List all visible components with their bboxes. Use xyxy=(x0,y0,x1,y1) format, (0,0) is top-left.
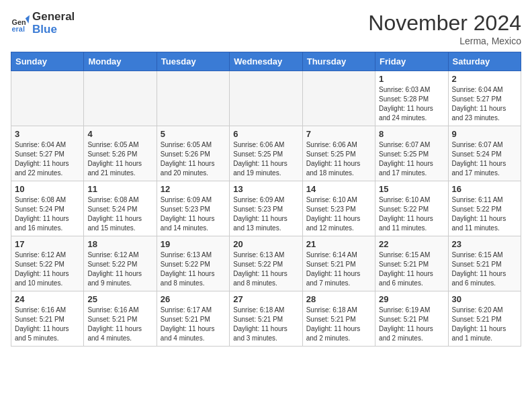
day-number: 13 xyxy=(233,184,298,194)
day-number: 2 xyxy=(452,74,517,84)
day-number: 3 xyxy=(15,129,80,139)
calendar-day: 16Sunrise: 6:11 AM Sunset: 5:22 PM Dayli… xyxy=(448,181,521,236)
weekday-header-tuesday: Tuesday xyxy=(157,52,229,71)
day-number: 17 xyxy=(15,239,80,249)
day-number: 5 xyxy=(161,129,226,139)
day-number: 9 xyxy=(452,129,517,139)
day-info: Sunrise: 6:14 AM Sunset: 5:21 PM Dayligh… xyxy=(306,250,371,288)
calendar-day: 9Sunrise: 6:07 AM Sunset: 5:24 PM Daylig… xyxy=(448,126,521,181)
day-number: 26 xyxy=(161,294,226,304)
day-info: Sunrise: 6:13 AM Sunset: 5:22 PM Dayligh… xyxy=(161,250,226,288)
title-block: November 2024 Lerma, Mexico xyxy=(368,11,521,46)
day-info: Sunrise: 6:17 AM Sunset: 5:21 PM Dayligh… xyxy=(161,306,226,343)
day-number: 16 xyxy=(452,184,517,194)
day-info: Sunrise: 6:15 AM Sunset: 5:21 PM Dayligh… xyxy=(379,250,444,288)
calendar-day: 13Sunrise: 6:09 AM Sunset: 5:23 PM Dayli… xyxy=(230,181,302,236)
calendar-day: 17Sunrise: 6:12 AM Sunset: 5:22 PM Dayli… xyxy=(11,236,84,291)
day-info: Sunrise: 6:19 AM Sunset: 5:21 PM Dayligh… xyxy=(379,306,444,343)
calendar-day xyxy=(11,71,84,126)
calendar-day: 15Sunrise: 6:10 AM Sunset: 5:22 PM Dayli… xyxy=(375,181,448,236)
day-number: 19 xyxy=(161,239,226,249)
day-number: 8 xyxy=(379,129,444,139)
day-number: 10 xyxy=(15,184,80,194)
day-number: 24 xyxy=(15,294,80,304)
calendar-day xyxy=(84,71,157,126)
day-number: 11 xyxy=(87,184,152,194)
weekday-header-friday: Friday xyxy=(375,52,448,71)
calendar-day: 19Sunrise: 6:13 AM Sunset: 5:22 PM Dayli… xyxy=(157,236,229,291)
day-info: Sunrise: 6:12 AM Sunset: 5:22 PM Dayligh… xyxy=(87,250,152,288)
day-number: 23 xyxy=(452,239,517,249)
calendar-day: 20Sunrise: 6:13 AM Sunset: 5:22 PM Dayli… xyxy=(230,236,302,291)
calendar-day: 5Sunrise: 6:05 AM Sunset: 5:26 PM Daylig… xyxy=(157,126,229,181)
logo-icon: Gen eral xyxy=(11,14,30,33)
weekday-header-saturday: Saturday xyxy=(448,52,521,71)
calendar-week-3: 10Sunrise: 6:08 AM Sunset: 5:24 PM Dayli… xyxy=(11,181,521,236)
logo-line1: General xyxy=(32,11,75,24)
month-title: November 2024 xyxy=(368,11,521,36)
calendar-day: 26Sunrise: 6:17 AM Sunset: 5:21 PM Dayli… xyxy=(157,291,229,347)
page-header: Gen eral General Blue November 2024 Lerm… xyxy=(11,11,521,46)
calendar-day: 8Sunrise: 6:07 AM Sunset: 5:25 PM Daylig… xyxy=(375,126,448,181)
weekday-header-sunday: Sunday xyxy=(11,52,84,71)
calendar-header: SundayMondayTuesdayWednesdayThursdayFrid… xyxy=(11,52,521,71)
day-number: 6 xyxy=(233,129,298,139)
calendar-week-4: 17Sunrise: 6:12 AM Sunset: 5:22 PM Dayli… xyxy=(11,236,521,291)
day-info: Sunrise: 6:18 AM Sunset: 5:21 PM Dayligh… xyxy=(233,306,298,343)
location: Lerma, Mexico xyxy=(368,36,521,46)
calendar-day: 18Sunrise: 6:12 AM Sunset: 5:22 PM Dayli… xyxy=(84,236,157,291)
day-info: Sunrise: 6:11 AM Sunset: 5:22 PM Dayligh… xyxy=(452,195,517,233)
calendar-body: 1Sunrise: 6:03 AM Sunset: 5:28 PM Daylig… xyxy=(11,71,521,347)
day-info: Sunrise: 6:06 AM Sunset: 5:25 PM Dayligh… xyxy=(306,140,371,178)
calendar-day: 14Sunrise: 6:10 AM Sunset: 5:23 PM Dayli… xyxy=(302,181,375,236)
day-info: Sunrise: 6:09 AM Sunset: 5:23 PM Dayligh… xyxy=(233,195,298,233)
calendar-day: 27Sunrise: 6:18 AM Sunset: 5:21 PM Dayli… xyxy=(230,291,302,347)
calendar-day xyxy=(302,71,375,126)
calendar-day: 29Sunrise: 6:19 AM Sunset: 5:21 PM Dayli… xyxy=(375,291,448,347)
calendar-day: 22Sunrise: 6:15 AM Sunset: 5:21 PM Dayli… xyxy=(375,236,448,291)
day-number: 1 xyxy=(379,74,444,84)
day-info: Sunrise: 6:08 AM Sunset: 5:24 PM Dayligh… xyxy=(87,195,152,233)
calendar-day: 6Sunrise: 6:06 AM Sunset: 5:25 PM Daylig… xyxy=(230,126,302,181)
day-number: 20 xyxy=(233,239,298,249)
day-info: Sunrise: 6:16 AM Sunset: 5:21 PM Dayligh… xyxy=(15,306,80,343)
weekday-row: SundayMondayTuesdayWednesdayThursdayFrid… xyxy=(11,52,521,71)
day-info: Sunrise: 6:12 AM Sunset: 5:22 PM Dayligh… xyxy=(15,250,80,288)
day-info: Sunrise: 6:05 AM Sunset: 5:26 PM Dayligh… xyxy=(87,140,152,178)
day-info: Sunrise: 6:15 AM Sunset: 5:21 PM Dayligh… xyxy=(452,250,517,288)
calendar-day xyxy=(230,71,302,126)
day-info: Sunrise: 6:06 AM Sunset: 5:25 PM Dayligh… xyxy=(233,140,298,178)
calendar-day: 23Sunrise: 6:15 AM Sunset: 5:21 PM Dayli… xyxy=(448,236,521,291)
calendar-week-1: 1Sunrise: 6:03 AM Sunset: 5:28 PM Daylig… xyxy=(11,71,521,126)
calendar-day xyxy=(157,71,229,126)
calendar-day: 3Sunrise: 6:04 AM Sunset: 5:27 PM Daylig… xyxy=(11,126,84,181)
day-info: Sunrise: 6:07 AM Sunset: 5:25 PM Dayligh… xyxy=(379,140,444,178)
day-number: 25 xyxy=(87,294,152,304)
calendar-day: 24Sunrise: 6:16 AM Sunset: 5:21 PM Dayli… xyxy=(11,291,84,347)
calendar-day: 7Sunrise: 6:06 AM Sunset: 5:25 PM Daylig… xyxy=(302,126,375,181)
day-info: Sunrise: 6:04 AM Sunset: 5:27 PM Dayligh… xyxy=(15,140,80,178)
day-info: Sunrise: 6:13 AM Sunset: 5:22 PM Dayligh… xyxy=(233,250,298,288)
day-info: Sunrise: 6:10 AM Sunset: 5:22 PM Dayligh… xyxy=(379,195,444,233)
calendar-day: 25Sunrise: 6:16 AM Sunset: 5:21 PM Dayli… xyxy=(84,291,157,347)
day-number: 22 xyxy=(379,239,444,249)
day-info: Sunrise: 6:03 AM Sunset: 5:28 PM Dayligh… xyxy=(379,85,444,123)
day-number: 7 xyxy=(306,129,371,139)
weekday-header-wednesday: Wednesday xyxy=(230,52,302,71)
day-info: Sunrise: 6:10 AM Sunset: 5:23 PM Dayligh… xyxy=(306,195,371,233)
day-number: 14 xyxy=(306,184,371,194)
svg-text:eral: eral xyxy=(12,25,25,33)
day-info: Sunrise: 6:05 AM Sunset: 5:26 PM Dayligh… xyxy=(161,140,226,178)
day-info: Sunrise: 6:18 AM Sunset: 5:21 PM Dayligh… xyxy=(306,306,371,343)
day-number: 27 xyxy=(233,294,298,304)
calendar-day: 4Sunrise: 6:05 AM Sunset: 5:26 PM Daylig… xyxy=(84,126,157,181)
weekday-header-monday: Monday xyxy=(84,52,157,71)
day-number: 4 xyxy=(87,129,152,139)
calendar-day: 21Sunrise: 6:14 AM Sunset: 5:21 PM Dayli… xyxy=(302,236,375,291)
day-number: 28 xyxy=(306,294,371,304)
calendar-day: 11Sunrise: 6:08 AM Sunset: 5:24 PM Dayli… xyxy=(84,181,157,236)
calendar-week-5: 24Sunrise: 6:16 AM Sunset: 5:21 PM Dayli… xyxy=(11,291,521,347)
day-info: Sunrise: 6:09 AM Sunset: 5:23 PM Dayligh… xyxy=(161,195,226,233)
day-number: 21 xyxy=(306,239,371,249)
day-info: Sunrise: 6:16 AM Sunset: 5:21 PM Dayligh… xyxy=(87,306,152,343)
